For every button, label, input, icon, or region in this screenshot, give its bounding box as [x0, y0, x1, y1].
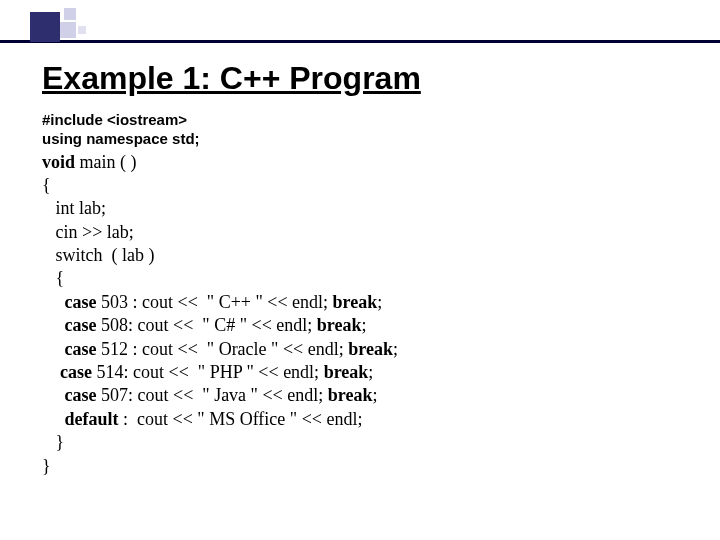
- switch-open: {: [42, 268, 64, 288]
- kw-case: case: [65, 315, 97, 335]
- default-line: : cout << " MS Office " << endl;: [119, 409, 363, 429]
- square-icon: [78, 26, 86, 34]
- kw-case: case: [65, 339, 97, 359]
- kw-break: break: [324, 362, 369, 382]
- header-bar: [0, 40, 720, 43]
- square-icon: [30, 12, 60, 42]
- kw-case: case: [65, 385, 97, 405]
- slide-title: Example 1: C++ Program: [42, 60, 690, 97]
- brace-close: }: [42, 456, 51, 476]
- include-line: #include <iostream>: [42, 111, 690, 130]
- indent: [42, 315, 65, 335]
- indent: [42, 292, 65, 312]
- semi: ;: [393, 339, 398, 359]
- kw-case: case: [60, 362, 92, 382]
- indent: [42, 339, 65, 359]
- square-icon: [64, 8, 76, 20]
- switch-line: switch ( lab ): [42, 245, 154, 265]
- kw-default: default: [65, 409, 119, 429]
- slide: Example 1: C++ Program #include <iostrea…: [0, 0, 720, 540]
- square-icon: [60, 22, 76, 38]
- case-503: 503 : cout << " C++ " << endl;: [96, 292, 332, 312]
- semi: ;: [372, 385, 377, 405]
- switch-close: }: [42, 432, 64, 452]
- semi: ;: [377, 292, 382, 312]
- kw-break: break: [317, 315, 362, 335]
- case-507: 507: cout << " Java " << endl;: [96, 385, 327, 405]
- preamble: #include <iostream> using namespace std;: [42, 111, 690, 149]
- indent: [42, 362, 60, 382]
- case-508: 508: cout << " C# " << endl;: [96, 315, 316, 335]
- kw-break: break: [348, 339, 393, 359]
- indent: [42, 385, 65, 405]
- indent: [42, 409, 65, 429]
- case-512: 512 : cout << " Oracle " << endl;: [96, 339, 348, 359]
- cin-line: cin >> lab;: [42, 222, 134, 242]
- code-block: void main ( ) { int lab; cin >> lab; swi…: [42, 151, 690, 478]
- header-decoration: [0, 0, 720, 48]
- content: Example 1: C++ Program #include <iostrea…: [42, 60, 690, 478]
- kw-case: case: [65, 292, 97, 312]
- kw-break: break: [328, 385, 373, 405]
- case-514: 514: cout << " PHP " << endl;: [92, 362, 324, 382]
- int-line: int lab;: [42, 198, 106, 218]
- semi: ;: [368, 362, 373, 382]
- kw-void: void: [42, 152, 75, 172]
- brace-open: {: [42, 175, 51, 195]
- semi: ;: [361, 315, 366, 335]
- using-line: using namespace std;: [42, 130, 690, 149]
- kw-break: break: [333, 292, 378, 312]
- main-sig: main ( ): [75, 152, 136, 172]
